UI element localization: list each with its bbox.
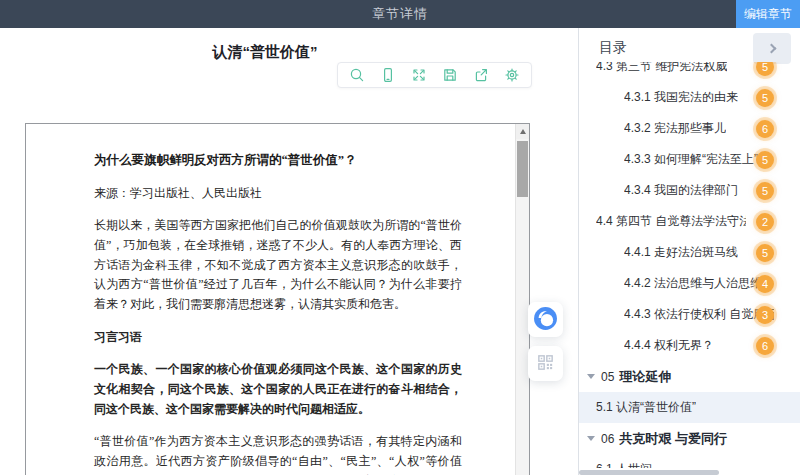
count-badge: 5 xyxy=(756,89,774,107)
customer-service-button[interactable] xyxy=(528,302,563,337)
toc-item[interactable]: 5.1 认清“普世价值” xyxy=(579,392,800,423)
mobile-preview-icon xyxy=(380,67,396,83)
zoom-button[interactable] xyxy=(349,67,365,83)
collapse-caret-icon[interactable] xyxy=(587,374,595,379)
doc-paragraph: 习言习语 xyxy=(94,328,462,348)
toc-item[interactable]: 4.3.1 我国宪法的由来5 xyxy=(579,82,800,113)
toc-item-label: 4.3.3 如何理解“宪法至上” xyxy=(624,151,758,168)
toc-item-label: 4.4.1 走好法治斑马线 xyxy=(624,244,738,261)
toc-item[interactable]: 4.4.4 权利无界？6 xyxy=(579,330,800,361)
collapse-caret-icon[interactable] xyxy=(587,436,595,441)
qrcode-button[interactable] xyxy=(528,346,563,381)
count-badge: 5 xyxy=(756,151,774,169)
fullscreen-button[interactable] xyxy=(411,67,427,83)
save-icon xyxy=(442,67,458,83)
mobile-preview-button[interactable] xyxy=(380,67,396,83)
count-badge: 5 xyxy=(756,182,774,200)
toc-item[interactable]: 4.4.2 法治思维与人治思维4 xyxy=(579,268,800,299)
zoom-icon xyxy=(349,67,365,83)
document-body: 为什么要旗帜鲜明反对西方所谓的“普世价值”？ 来源：学习出版社、人民出版社 长期… xyxy=(94,150,462,475)
toc-chapter-06[interactable]: 06共克时艰 与爱同行 xyxy=(579,423,800,454)
toc-item-label: 4.4 第四节 自觉尊法学法守法用法 xyxy=(596,213,746,230)
doc-paragraph: 长期以来，美国等西方国家把他们自己的价值观鼓吹为所谓的“普世价值”，巧加包装，在… xyxy=(94,216,462,314)
toc-item[interactable]: 4.4.3 依法行使权利 自觉履行...3 xyxy=(579,299,800,330)
document-paragraphs: 长期以来，美国等西方国家把他们自己的价值观鼓吹为所谓的“普世价值”，巧加包装，在… xyxy=(94,216,462,475)
toc-item-label: 4.4.2 法治思维与人治思维 xyxy=(624,275,762,292)
toc-item[interactable]: 4.4 第四节 自觉尊法学法守法用法2 xyxy=(579,206,800,237)
settings-button[interactable] xyxy=(504,67,520,83)
qrcode-icon xyxy=(536,353,555,375)
toc-chapter-05[interactable]: 05理论延伸 xyxy=(579,361,800,392)
document-scrollbar[interactable] xyxy=(515,124,529,475)
scrollbar-thumb[interactable] xyxy=(517,141,528,197)
page-title: 章节详情 xyxy=(372,5,428,23)
toc-item-label: 4.3.2 宪法那些事儿 xyxy=(624,120,726,137)
document-source: 来源：学习出版社、人民出版社 xyxy=(94,184,462,204)
chapter-detail-page: 章节详情 编辑章节 认清“普世价值” 为什么要旗帜鲜明反对西方所谓的“普世价值”… xyxy=(0,0,800,475)
content-area: 认清“普世价值” 为什么要旗帜鲜明反对西方所谓的“普世价值”？ 来源：学习出版社… xyxy=(0,28,578,475)
toc-item-label: 4.3.1 我国宪法的由来 xyxy=(624,89,738,106)
fullscreen-icon xyxy=(411,67,427,83)
count-badge: 4 xyxy=(756,275,774,293)
toc-item-label: 4.3.4 我国的法律部门 xyxy=(624,182,738,199)
doc-paragraph: 一个民族、一个国家的核心价值观必须同这个民族、这个国家的历史文化相契合，同这个民… xyxy=(94,360,462,419)
chapter-number: 05 xyxy=(601,370,614,384)
chevron-right-icon xyxy=(766,44,776,54)
chapter-title: 理论延伸 xyxy=(619,368,671,386)
toc-title: 目录 xyxy=(599,39,627,57)
toc-item-label: 4.4.4 权利无界？ xyxy=(624,337,714,354)
count-badge: 6 xyxy=(756,120,774,138)
toc-item[interactable]: 4.4.1 走好法治斑马线5 xyxy=(579,237,800,268)
settings-icon xyxy=(504,67,520,83)
toc-item[interactable]: 4.3.2 宪法那些事儿6 xyxy=(579,113,800,144)
document-heading: 为什么要旗帜鲜明反对西方所谓的“普世价值”？ xyxy=(94,150,462,171)
document-title: 认清“普世价值” xyxy=(0,43,530,62)
doc-paragraph: “普世价值”作为西方资本主义意识形态的强势话语，有其特定内涵和政治用意。近代西方… xyxy=(94,432,462,475)
toc-item-label: 4.4.3 依法行使权利 自觉履行... xyxy=(624,306,774,323)
top-header-bar: 章节详情 编辑章节 xyxy=(0,0,800,28)
toc-item-label: 6.1 人世间 xyxy=(596,461,652,468)
sidebar-horizontal-scrollbar-thumb[interactable] xyxy=(579,470,719,475)
toc-item-label: 5.1 认清“普世价值” xyxy=(596,399,696,416)
service-avatar-icon xyxy=(533,306,558,334)
toc-item[interactable]: 4.3 第三节 维护宪法权威5 xyxy=(579,62,800,82)
edit-chapter-button[interactable]: 编辑章节 xyxy=(736,0,800,28)
toc-item-label: 4.3 第三节 维护宪法权威 xyxy=(596,62,727,75)
count-badge: 5 xyxy=(756,62,774,76)
export-icon xyxy=(473,67,489,83)
count-badge: 6 xyxy=(756,337,774,355)
toc-list: 4.3 第三节 维护宪法权威54.3.1 我国宪法的由来54.3.2 宪法那些事… xyxy=(579,62,800,468)
document-page: 为什么要旗帜鲜明反对西方所谓的“普世价值”？ 来源：学习出版社、人民出版社 长期… xyxy=(25,123,530,475)
toc-item[interactable]: 6.1 人世间 xyxy=(579,454,800,468)
scroll-up-arrow-icon[interactable] xyxy=(516,124,529,139)
count-badge: 5 xyxy=(756,244,774,262)
export-button[interactable] xyxy=(473,67,489,83)
count-badge: 3 xyxy=(756,306,774,324)
toc-item[interactable]: 4.3.3 如何理解“宪法至上”5 xyxy=(579,144,800,175)
count-badge: 2 xyxy=(756,213,774,231)
floating-buttons xyxy=(528,302,563,381)
chapter-number: 06 xyxy=(601,432,614,446)
document-toolbar xyxy=(337,62,532,88)
toc-sidebar: 目录 4.3 第三节 维护宪法权威54.3.1 我国宪法的由来54.3.2 宪法… xyxy=(578,28,800,475)
save-button[interactable] xyxy=(442,67,458,83)
toc-item[interactable]: 4.3.4 我国的法律部门5 xyxy=(579,175,800,206)
sidebar-collapse-button[interactable] xyxy=(753,33,791,64)
chapter-title: 共克时艰 与爱同行 xyxy=(619,430,727,448)
